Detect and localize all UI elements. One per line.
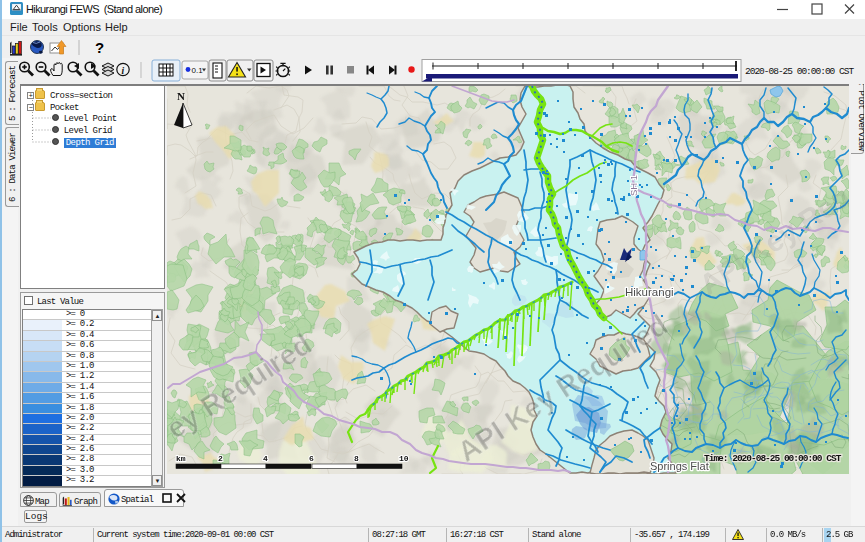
svg-text:0.1: 0.1 [192, 66, 204, 75]
svg-text:i: i [122, 66, 125, 76]
svg-text:Time: 2020-08-25 00:00:00 CST: Time: 2020-08-25 00:00:00 CST [704, 453, 842, 464]
svg-text:5 : Forecast: 5 : Forecast [8, 65, 18, 121]
svg-text:8: 8 [354, 454, 359, 463]
svg-text:2: 2 [218, 454, 223, 463]
svg-text:N: N [177, 90, 185, 102]
svg-text:km: km [176, 454, 186, 463]
svg-text:10: 10 [399, 454, 409, 463]
svg-text:Springs Flat: Springs Flat [650, 460, 709, 472]
svg-text:Hikurangi: Hikurangi [625, 286, 674, 298]
svg-text:2020-08-25 00:00:00 CST: 2020-08-25 00:00:00 CST [745, 66, 854, 77]
svg-text:4: 4 [263, 454, 268, 463]
svg-text:6: 6 [309, 454, 314, 463]
svg-text:?: ? [95, 39, 104, 56]
svg-text:6 : Data Viewer: 6 : Data Viewer [8, 133, 18, 202]
svg-text:SH 1: SH 1 [628, 175, 639, 196]
